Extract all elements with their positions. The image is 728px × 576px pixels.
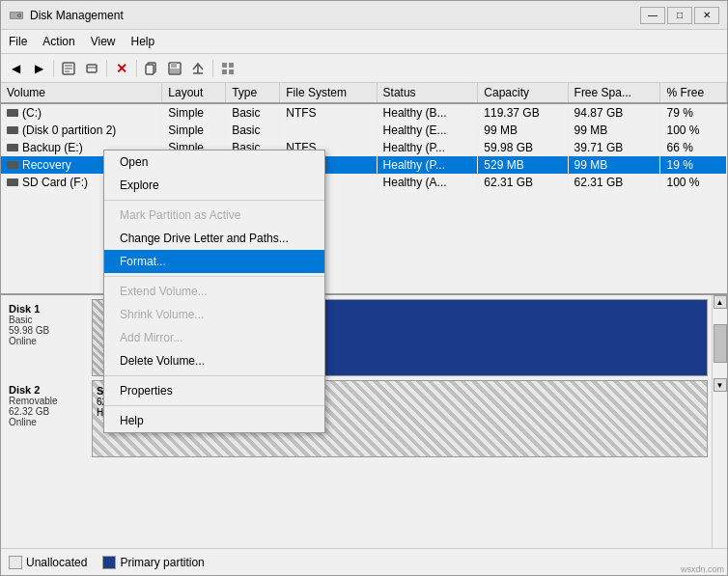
svg-rect-13 bbox=[171, 63, 177, 68]
disk-icon bbox=[7, 178, 18, 186]
col-header-type[interactable]: Type bbox=[226, 83, 280, 103]
context-menu-item[interactable]: Delete Volume... bbox=[104, 349, 324, 372]
scroll-down-arrow[interactable]: ▼ bbox=[714, 378, 727, 392]
properties-icon bbox=[62, 62, 75, 75]
menu-file[interactable]: File bbox=[1, 32, 35, 51]
table-cell: Healthy (P... bbox=[377, 139, 478, 156]
context-menu-item[interactable]: Explore bbox=[104, 174, 324, 197]
forward-button[interactable]: ▶ bbox=[28, 58, 49, 79]
menu-view[interactable]: View bbox=[83, 32, 124, 51]
context-menu-item[interactable]: Change Drive Letter and Paths... bbox=[104, 227, 324, 250]
context-menu-item: Mark Partition as Active bbox=[104, 204, 324, 227]
toolbar-btn-8[interactable] bbox=[164, 58, 185, 79]
disk-type: Removable bbox=[9, 396, 88, 406]
title-bar-left: Disk Management bbox=[9, 8, 124, 23]
toolbar-separator-3 bbox=[136, 60, 137, 77]
disk-icon bbox=[7, 126, 18, 134]
toolbar-btn-7[interactable] bbox=[141, 58, 162, 79]
table-cell: 100 % bbox=[660, 122, 727, 139]
vertical-scrollbar[interactable]: ▲ ▼ bbox=[712, 295, 727, 548]
save-icon bbox=[168, 62, 182, 75]
toolbar-btn-4[interactable] bbox=[81, 58, 102, 79]
table-cell: 79 % bbox=[660, 103, 727, 122]
disk-icon bbox=[7, 161, 18, 169]
legend-box bbox=[102, 556, 116, 569]
minimize-button[interactable]: — bbox=[640, 7, 665, 24]
disk-status: Online bbox=[9, 417, 88, 427]
menu-help[interactable]: Help bbox=[124, 32, 163, 51]
legend-box bbox=[9, 556, 22, 569]
svg-rect-19 bbox=[222, 69, 227, 74]
table-cell bbox=[280, 122, 377, 139]
table-cell: (C:) bbox=[1, 103, 162, 122]
toolbar-btn-3[interactable] bbox=[58, 58, 79, 79]
col-header-volume[interactable]: Volume bbox=[1, 83, 162, 103]
svg-rect-17 bbox=[222, 63, 227, 68]
table-row[interactable]: (C:)SimpleBasicNTFSHealthy (B...119.37 G… bbox=[1, 103, 727, 122]
table-cell: 62.31 GB bbox=[568, 174, 660, 191]
table-cell: (Disk 0 partition 2) bbox=[1, 122, 162, 139]
svg-rect-18 bbox=[229, 63, 234, 68]
svg-rect-14 bbox=[170, 69, 180, 73]
toolbar-btn-10[interactable] bbox=[217, 58, 238, 79]
context-menu-item[interactable]: Help bbox=[104, 409, 324, 432]
toolbar-btn-9[interactable] bbox=[187, 58, 209, 79]
bottom-legend: Unallocated Primary partition bbox=[1, 548, 727, 575]
disk-icon bbox=[7, 109, 18, 117]
maximize-button[interactable]: □ bbox=[667, 7, 692, 24]
disk-type: Basic bbox=[9, 315, 88, 325]
legend-label: Primary partition bbox=[120, 556, 204, 569]
scroll-thumb[interactable] bbox=[714, 324, 727, 363]
disk-size: 59.98 GB bbox=[9, 325, 88, 336]
disk-label-1: Disk 1 Basic 59.98 GB Online bbox=[5, 299, 92, 376]
settings-icon bbox=[85, 62, 98, 75]
context-menu-separator bbox=[104, 405, 324, 406]
col-header-capacity[interactable]: Capacity bbox=[478, 83, 568, 103]
col-header-free[interactable]: Free Spa... bbox=[568, 83, 660, 103]
table-row[interactable]: (Disk 0 partition 2)SimpleBasicHealthy (… bbox=[1, 122, 727, 139]
toolbar: ◀ ▶ ✕ bbox=[1, 54, 727, 83]
context-menu-item[interactable]: Properties bbox=[104, 379, 324, 402]
table-cell: Basic bbox=[226, 103, 280, 122]
close-button[interactable]: ✕ bbox=[694, 7, 719, 24]
table-cell: Basic bbox=[226, 122, 280, 139]
svg-rect-20 bbox=[229, 69, 234, 74]
title-controls: — □ ✕ bbox=[640, 7, 719, 24]
table-cell: 94.87 GB bbox=[568, 103, 660, 122]
toolbar-separator-1 bbox=[53, 60, 54, 77]
table-cell: 62.31 GB bbox=[478, 174, 568, 191]
col-header-pct[interactable]: % Free bbox=[660, 83, 727, 103]
table-cell: Healthy (B... bbox=[377, 103, 478, 122]
table-cell: 19 % bbox=[660, 156, 727, 174]
context-menu-item[interactable]: Open bbox=[104, 151, 324, 174]
disk-name: Disk 2 bbox=[9, 384, 88, 396]
context-menu-separator bbox=[104, 375, 324, 376]
table-cell: Healthy (P... bbox=[377, 156, 478, 174]
disk-name: Disk 1 bbox=[9, 303, 88, 315]
table-cell: 59.98 GB bbox=[478, 139, 568, 156]
table-cell: 99 MB bbox=[568, 122, 660, 139]
disk-icon bbox=[7, 144, 18, 151]
app-icon bbox=[9, 8, 24, 23]
table-cell: 100 % bbox=[660, 174, 727, 191]
disk-label-2: Disk 2 Removable 62.32 GB Online bbox=[5, 380, 92, 457]
table-cell: Simple bbox=[162, 103, 226, 122]
col-header-status[interactable]: Status bbox=[377, 83, 478, 103]
table-cell: Healthy (E... bbox=[377, 122, 478, 139]
table-cell: 66 % bbox=[660, 139, 727, 156]
svg-rect-11 bbox=[146, 65, 154, 74]
delete-button[interactable]: ✕ bbox=[111, 58, 132, 79]
col-header-layout[interactable]: Layout bbox=[162, 83, 226, 103]
title-bar: Disk Management — □ ✕ bbox=[1, 1, 727, 30]
copy-icon bbox=[145, 62, 158, 75]
menu-action[interactable]: Action bbox=[35, 32, 82, 51]
scroll-up-arrow[interactable]: ▲ bbox=[714, 295, 727, 309]
watermark: wsxdn.com bbox=[681, 564, 724, 574]
table-cell: Healthy (A... bbox=[377, 174, 478, 191]
toolbar-separator-4 bbox=[212, 60, 213, 77]
context-menu-item[interactable]: Format... bbox=[104, 250, 324, 273]
svg-rect-8 bbox=[87, 65, 97, 72]
col-header-filesystem[interactable]: File System bbox=[280, 83, 377, 103]
table-cell: 39.71 GB bbox=[568, 139, 660, 156]
back-button[interactable]: ◀ bbox=[5, 58, 26, 79]
